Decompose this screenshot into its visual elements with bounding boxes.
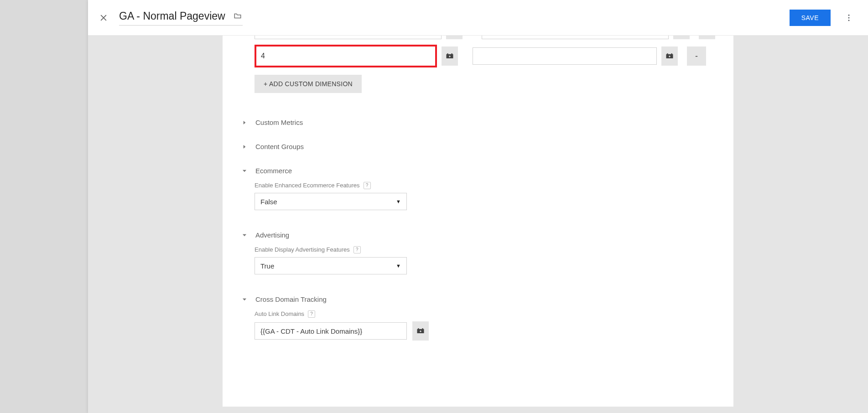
- chevron-down-icon: [241, 167, 248, 175]
- section-label: Custom Metrics: [255, 119, 303, 126]
- section-cross-domain-body: Auto Link Domains ?: [255, 310, 715, 341]
- close-icon[interactable]: [99, 13, 108, 22]
- editor-header: GA - Normal Pageview SAVE: [88, 0, 868, 36]
- section-label: Content Groups: [255, 143, 304, 150]
- left-rail-background: [0, 0, 88, 413]
- dimension-value-input[interactable]: [473, 47, 657, 65]
- ecommerce-enabled-select[interactable]: False ▼: [255, 193, 407, 210]
- folder-icon[interactable]: [233, 12, 243, 20]
- custom-dimension-row-partial: [255, 36, 715, 39]
- chevron-right-icon: [241, 119, 248, 126]
- svg-rect-14: [418, 328, 419, 330]
- svg-rect-9: [667, 53, 668, 55]
- tag-editor-panel: GA - Normal Pageview SAVE: [88, 0, 868, 413]
- dimension-value-input-partial[interactable]: [482, 36, 669, 39]
- svg-rect-12: [669, 56, 670, 57]
- svg-rect-5: [451, 53, 452, 55]
- remove-row-button[interactable]: -: [687, 46, 706, 66]
- add-custom-dimension-button[interactable]: + ADD CUSTOM DIMENSION: [255, 75, 362, 93]
- section-content-groups[interactable]: Content Groups: [241, 133, 715, 150]
- variable-picker-button-3[interactable]: [412, 321, 429, 341]
- svg-rect-15: [422, 328, 423, 330]
- custom-dimension-row: -: [255, 45, 715, 67]
- svg-rect-7: [449, 56, 450, 57]
- help-icon[interactable]: ?: [353, 246, 361, 253]
- variable-picker-button-partial-2[interactable]: [673, 36, 690, 39]
- dimension-index-input[interactable]: [255, 45, 437, 67]
- variable-picker-button-2[interactable]: [661, 46, 678, 66]
- chevron-down-icon: [241, 232, 248, 239]
- section-advertising[interactable]: Advertising: [241, 221, 715, 239]
- section-ecommerce-body: Enable Enhanced Ecommerce Features ? Fal…: [255, 181, 715, 210]
- svg-rect-4: [447, 53, 448, 55]
- svg-rect-10: [671, 53, 672, 55]
- section-label: Ecommerce: [255, 167, 292, 175]
- chevron-right-icon: [241, 143, 248, 150]
- tag-title[interactable]: GA - Normal Pageview: [119, 10, 225, 22]
- svg-point-2: [848, 20, 850, 21]
- section-advertising-body: Enable Display Advertising Features ? Tr…: [255, 245, 715, 274]
- help-icon[interactable]: ?: [308, 310, 315, 318]
- advertising-enabled-select[interactable]: True ▼: [255, 257, 407, 274]
- section-ecommerce[interactable]: Ecommerce: [241, 157, 715, 175]
- save-button[interactable]: SAVE: [790, 10, 831, 26]
- caret-down-icon: ▼: [396, 263, 401, 268]
- remove-row-button-partial[interactable]: [699, 36, 715, 39]
- ecommerce-field-label: Enable Enhanced Ecommerce Features ?: [255, 182, 371, 189]
- variable-picker-button-partial[interactable]: [446, 36, 463, 39]
- svg-point-1: [848, 17, 850, 18]
- chevron-down-icon: [241, 296, 248, 303]
- content-scroll-area: - + ADD CUSTOM DIMENSION Custom Metrics …: [88, 36, 868, 413]
- title-wrap: GA - Normal Pageview: [119, 10, 243, 26]
- content-card: - + ADD CUSTOM DIMENSION Custom Metrics …: [223, 36, 733, 407]
- dimension-index-input-partial[interactable]: [255, 36, 442, 39]
- section-label: Advertising: [255, 231, 289, 239]
- section-cross-domain-tracking[interactable]: Cross Domain Tracking: [241, 285, 715, 303]
- auto-link-domains-label: Auto Link Domains ?: [255, 310, 315, 318]
- auto-link-domains-input[interactable]: [255, 322, 407, 340]
- help-icon[interactable]: ?: [364, 182, 371, 189]
- more-menu-icon[interactable]: [841, 10, 857, 26]
- caret-down-icon: ▼: [396, 199, 401, 204]
- svg-point-0: [848, 14, 850, 15]
- section-custom-metrics[interactable]: Custom Metrics: [241, 108, 715, 126]
- advertising-field-label: Enable Display Advertising Features ?: [255, 246, 361, 253]
- svg-rect-17: [420, 330, 421, 332]
- section-label: Cross Domain Tracking: [255, 295, 327, 303]
- variable-picker-button[interactable]: [442, 46, 458, 66]
